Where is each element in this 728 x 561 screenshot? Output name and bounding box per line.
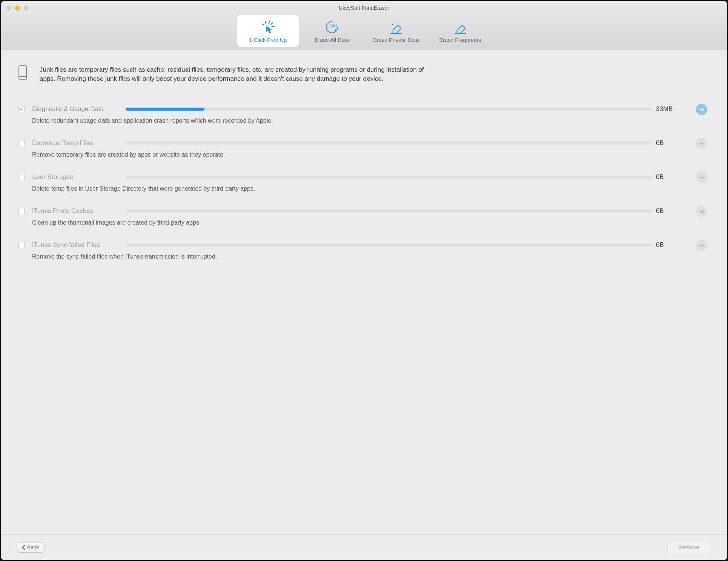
- main-tabs: 1-Click Free Up All Erase All Data: [1, 15, 467, 47]
- tab-label: Erase Private Data: [373, 37, 419, 43]
- tab-label: Erase Fragments: [439, 37, 467, 43]
- progress-bar: [126, 142, 467, 145]
- list-item: Diagnostic & Usage Data33MBDelete redund…: [18, 105, 467, 124]
- item-subtitle: Delete redundant usage data and applicat…: [32, 117, 467, 124]
- svg-rect-10: [19, 66, 26, 79]
- item-subtitle: Delete temp files in User Storage Direct…: [32, 185, 467, 192]
- checkbox[interactable]: [18, 242, 25, 248]
- svg-line-0: [265, 22, 266, 23]
- checkbox[interactable]: [18, 140, 25, 146]
- checkbox[interactable]: [18, 174, 25, 180]
- item-title: iTunes Sync-failed Files: [32, 241, 122, 249]
- window-title: UkeySoft FoneEraser: [1, 5, 467, 11]
- app-window: UkeySoft FoneEraser 1-Click Free Up: [1, 1, 467, 356]
- list-item: iTunes Sync-failed Files0BRemove the syn…: [18, 241, 467, 260]
- progress-bar: [126, 244, 467, 247]
- item-subtitle: Clean up the thumbnail images are create…: [32, 219, 467, 226]
- tab-erase-private-data[interactable]: Erase Private Data: [365, 15, 427, 47]
- item-title: iTunes Photo Caches: [32, 207, 122, 215]
- list-item: iTunes Photo Caches0BClean up the thumbn…: [18, 207, 467, 226]
- progress-fill: [126, 108, 204, 111]
- progress-bar: [126, 108, 467, 111]
- item-subtitle: Remove temporary files are created by ap…: [32, 151, 467, 158]
- list-item: Download Temp Files0BRemove temporary fi…: [18, 139, 467, 158]
- tab-erase-fragments[interactable]: Erase Fragments: [429, 15, 467, 47]
- eraser-fragments-icon: [453, 20, 467, 35]
- item-title: Diagnostic & Usage Data: [32, 105, 122, 113]
- progress-bar: [126, 176, 467, 179]
- items-list: Diagnostic & Usage Data33MBDelete redund…: [18, 105, 467, 260]
- svg-point-6: [335, 29, 337, 31]
- item-title: Download Temp Files: [32, 139, 122, 147]
- content-area: Junk files are temporary files such as c…: [1, 49, 467, 356]
- tab-label: 1-Click Free Up: [249, 37, 287, 43]
- phone-icon: [18, 65, 27, 80]
- cursor-click-icon: [260, 20, 275, 35]
- intro-section: Junk files are temporary files such as c…: [18, 65, 467, 83]
- tab-erase-all-data[interactable]: All Erase All Data: [301, 15, 363, 47]
- svg-text:All: All: [331, 23, 337, 28]
- item-subtitle: Remove the sync-failed files when iTunes…: [32, 253, 467, 260]
- tab-1-click-free-up[interactable]: 1-Click Free Up: [237, 15, 299, 47]
- svg-line-1: [269, 21, 270, 23]
- item-title: User Storages: [32, 173, 122, 181]
- progress-bar: [126, 210, 467, 213]
- eraser-private-icon: [389, 20, 404, 35]
- svg-point-8: [392, 23, 393, 25]
- intro-text: Junk files are temporary files such as c…: [40, 65, 439, 83]
- svg-line-2: [271, 23, 273, 24]
- checkbox[interactable]: [18, 106, 25, 112]
- list-item: User Storages0BDelete temp files in User…: [18, 173, 467, 192]
- checkbox[interactable]: [18, 208, 25, 214]
- tab-label: Erase All Data: [315, 37, 349, 43]
- title-bar: UkeySoft FoneEraser 1-Click Free Up: [1, 1, 467, 49]
- svg-line-3: [262, 24, 264, 25]
- erase-all-icon: All: [324, 20, 339, 35]
